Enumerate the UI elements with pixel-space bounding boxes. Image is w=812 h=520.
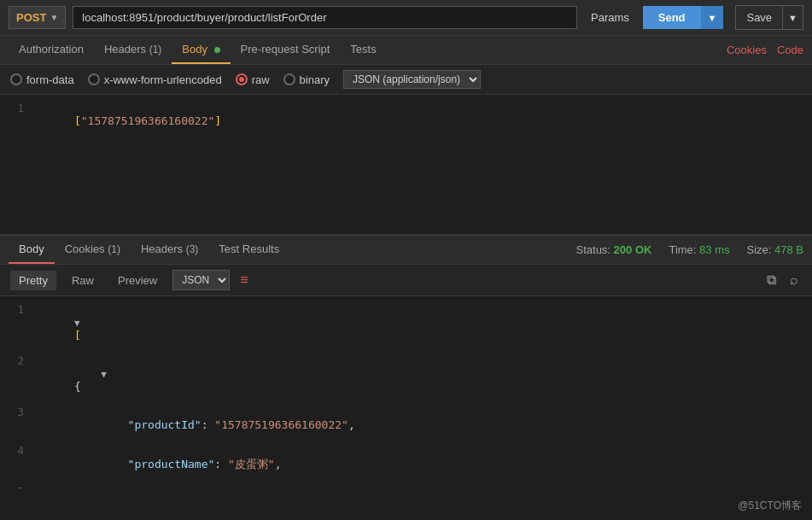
tab-headers[interactable]: Headers (1) <box>94 36 172 64</box>
url-input[interactable] <box>73 6 577 29</box>
resp-lcontent-1: ▼ [ <box>34 303 82 354</box>
cookies-link[interactable]: Cookies <box>727 44 767 56</box>
send-dropdown-button[interactable]: ▼ <box>701 6 724 29</box>
save-dropdown-button[interactable]: ▼ <box>783 5 803 30</box>
req-str-value: "157875196366160022" <box>81 114 215 127</box>
obj-open: { <box>74 380 81 393</box>
binary-label: binary <box>300 73 330 86</box>
params-button[interactable]: Params <box>584 7 636 28</box>
method-arrow: ▼ <box>50 13 58 22</box>
request-tabs: Authorization Headers (1) Body Pre-reque… <box>0 36 812 65</box>
preview-button[interactable]: Preview <box>109 271 166 290</box>
resp-lcontent-5: "productPrice": 0.01, <box>34 485 268 488</box>
save-group: Save ▼ <box>735 5 803 30</box>
resp-line-4: 4 "productName": "皮蛋粥", <box>0 444 812 485</box>
code-link[interactable]: Code <box>777 44 803 56</box>
method-label: POST <box>16 11 46 24</box>
req-line-num-1: 1 <box>0 102 34 114</box>
body-options: form-data x-www-form-urlencoded raw bina… <box>0 65 812 95</box>
resp-line-1: 1 ▼ [ <box>0 303 812 354</box>
time-label: Time: 83 ms <box>669 243 729 256</box>
watermark: @51CTO博客 <box>738 499 802 513</box>
resp-lnum-1: 1 <box>0 303 34 316</box>
request-code-editor: 1 ["157875196366160022"] <box>0 95 812 236</box>
form-data-label: form-data <box>26 73 74 86</box>
resp-lcontent-4: "productName": "皮蛋粥", <box>34 444 281 485</box>
resp-line-5: 5 "productPrice": 0.01, <box>0 485 812 488</box>
tab-authorization[interactable]: Authorization <box>9 36 94 64</box>
response-status: Status: 200 OK Time: 83 ms Size: 478 B <box>576 243 803 256</box>
copy-button[interactable]: ⧉ <box>763 271 780 289</box>
wrap-icon[interactable]: ≡ <box>240 272 248 288</box>
send-group: Send ▼ <box>643 6 724 29</box>
binary-option[interactable]: binary <box>283 73 330 86</box>
raw-option[interactable]: raw <box>236 73 270 86</box>
req-line-content-1: ["157875196366160022"] <box>34 102 221 140</box>
send-button[interactable]: Send <box>643 6 701 29</box>
raw-button[interactable]: Raw <box>63 271 102 290</box>
resp-lcontent-3: "productId": "157875196366160022", <box>34 406 355 444</box>
url-encoded-option[interactable]: x-www-form-urlencoded <box>88 73 222 86</box>
status-value: 200 OK <box>614 243 652 256</box>
bracket-open-resp: [ <box>74 329 81 342</box>
collapse-arrow-1[interactable]: ▼ <box>74 318 80 329</box>
url-encoded-label: x-www-form-urlencoded <box>104 73 222 86</box>
json-format-select[interactable]: JSON (application/json) <box>343 70 481 89</box>
bracket-open: [ <box>74 114 81 127</box>
response-tabs-bar: Body Cookies (1) Headers (3) Test Result… <box>0 236 812 265</box>
form-data-radio[interactable] <box>10 73 22 85</box>
req-line-1: 1 ["157875196366160022"] <box>0 102 812 140</box>
raw-radio[interactable] <box>236 73 248 85</box>
response-code-area: 1 ▼ [ 2 ▼ { 3 "productId": "157875196366… <box>0 296 812 488</box>
resp-line-3: 3 "productId": "157875196366160022", <box>0 406 812 444</box>
size-label: Size: 478 B <box>746 243 803 256</box>
tab-tests[interactable]: Tests <box>340 36 386 64</box>
body-tab-dot <box>214 47 220 53</box>
top-bar: POST ▼ Params Send ▼ Save ▼ <box>0 0 812 36</box>
resp-tab-test-results[interactable]: Test Results <box>208 236 289 264</box>
url-encoded-radio[interactable] <box>88 73 100 85</box>
resp-lnum-3: 3 <box>0 406 34 418</box>
resp-tab-cookies[interactable]: Cookies (1) <box>55 236 131 264</box>
pretty-button[interactable]: Pretty <box>10 271 56 290</box>
tab-pre-request[interactable]: Pre-request Script <box>231 36 341 64</box>
save-button[interactable]: Save <box>735 5 783 30</box>
form-data-option[interactable]: form-data <box>10 73 74 86</box>
status-label: Status: 200 OK <box>576 243 652 256</box>
method-button[interactable]: POST ▼ <box>9 6 66 29</box>
resp-lnum-5: 5 <box>0 485 34 488</box>
search-button[interactable]: ⌕ <box>786 271 802 289</box>
tab-right-links: Cookies Code <box>727 44 803 56</box>
response-actions: ⧉ ⌕ <box>763 271 802 289</box>
size-value: 478 B <box>774 243 803 256</box>
resp-tab-headers[interactable]: Headers (3) <box>131 236 208 264</box>
raw-label: raw <box>252 73 270 86</box>
binary-radio[interactable] <box>283 73 295 85</box>
collapse-arrow-2[interactable]: ▼ <box>101 369 107 380</box>
json-view-select[interactable]: JSON <box>172 270 230 290</box>
resp-cookies-badge: (1) <box>108 243 120 255</box>
resp-tab-body[interactable]: Body <box>9 236 55 264</box>
resp-line-2: 2 ▼ { <box>0 354 812 406</box>
resp-headers-badge: (3) <box>186 243 199 255</box>
resp-lcontent-2: ▼ { <box>34 354 108 406</box>
resp-lnum-4: 4 <box>0 444 34 457</box>
headers-badge: (1) <box>149 44 162 56</box>
tab-body[interactable]: Body <box>172 36 230 64</box>
time-value: 83 ms <box>699 243 729 256</box>
resp-lnum-2: 2 <box>0 354 34 367</box>
response-toolbar: Pretty Raw Preview JSON ≡ ⧉ ⌕ <box>0 265 812 296</box>
bracket-close-inline: ] <box>214 114 221 127</box>
